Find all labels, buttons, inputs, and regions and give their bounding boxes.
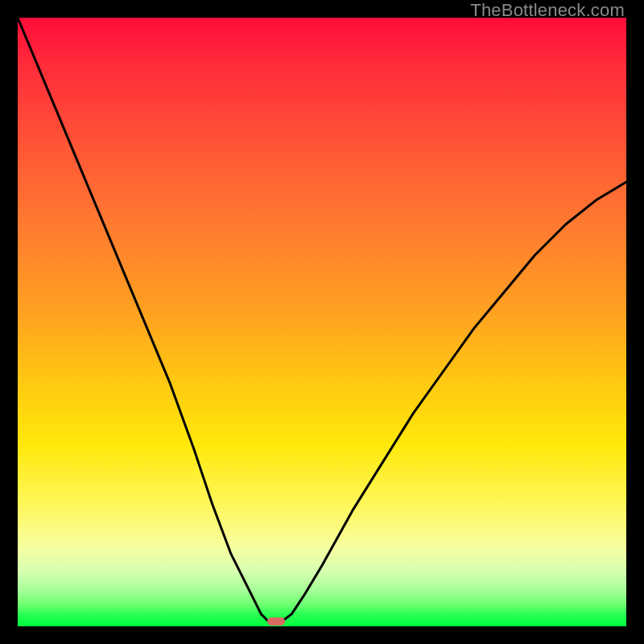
chart-frame: TheBottleneck.com	[0, 0, 644, 644]
watermark-text: TheBottleneck.com	[470, 0, 625, 21]
bottleneck-curve	[18, 18, 626, 626]
plot-area	[18, 18, 626, 626]
optimal-point-marker	[267, 617, 285, 625]
